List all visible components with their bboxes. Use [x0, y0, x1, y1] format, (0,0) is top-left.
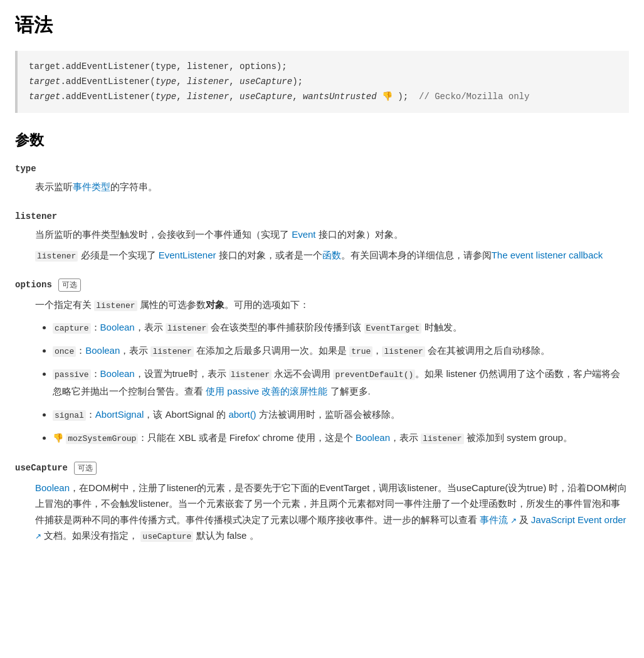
param-type-name: type: [15, 164, 36, 174]
param-options-section: options 可选 一个指定有关 listener 属性的可选参数对象。可用的…: [15, 279, 629, 446]
param-usecapture-header: useCapture 可选: [15, 462, 629, 475]
listener-desc-p1: 当所监听的事件类型触发时，会接收到一个事件通知（实现了 Event 接口的对象）…: [35, 226, 629, 243]
event-type-link[interactable]: 事件类型: [73, 181, 110, 192]
listener-code-once: listener: [150, 346, 193, 357]
capture-code: capture: [53, 323, 91, 334]
param-options-header: options 可选: [15, 279, 629, 292]
list-item-mozsystemgroup: 👎 mozSystemGroup：只能在 XBL 或者是 Firefox' ch…: [53, 429, 629, 446]
signal-abortsignal-link[interactable]: AbortSignal: [95, 409, 144, 420]
usecapture-code: useCapture: [140, 531, 193, 542]
param-usecapture-desc: Boolean，在DOM树中，注册了listener的元素，是否要先于它下面的E…: [15, 480, 629, 544]
param-usecapture-name: useCapture: [15, 463, 68, 473]
param-listener-section: listener 当所监听的事件类型触发时，会接收到一个事件通知（实现了 Eve…: [15, 210, 629, 264]
param-listener-header: listener: [15, 210, 629, 221]
passive-scroll-link[interactable]: 使用 passive 改善的滚屏性能: [206, 386, 327, 396]
callback-link[interactable]: The event listener callback: [492, 250, 603, 260]
page-title: 语法: [15, 13, 629, 38]
options-desc-intro: 一个指定有关 listener 属性的可选参数对象。可用的选项如下：: [35, 297, 629, 313]
mozsystem-bool-link[interactable]: Boolean: [356, 432, 390, 443]
param-listener-desc: 当所监听的事件类型触发时，会接收到一个事件通知（实现了 Event 接口的对象）…: [15, 226, 629, 264]
deprecated-icon: 👎: [53, 430, 63, 446]
listener-desc-p2: listener 必须是一个实现了 EventListener 接口的对象，或者…: [35, 247, 629, 263]
once-code: once: [53, 346, 76, 357]
listener-code-capture: listener: [166, 323, 208, 334]
param-listener-name: listener: [15, 211, 57, 221]
event-target-code: EventTarget: [364, 323, 422, 334]
usecapture-bool-link[interactable]: Boolean: [35, 482, 70, 493]
mozsystem-code: mozSystemGroup: [66, 433, 138, 444]
list-item-once: once：Boolean，表示 listener 在添加之后最多只调用一次。如果…: [53, 342, 629, 359]
options-list: capture：Boolean，表示 listener 会在该类型的事件捕获阶段…: [35, 319, 629, 447]
passive-bool-link[interactable]: Boolean: [100, 368, 135, 379]
true-code: true: [349, 346, 372, 357]
options-optional-badge: 可选: [58, 279, 81, 292]
usecapture-optional-badge: 可选: [74, 462, 97, 475]
list-item-capture: capture：Boolean，表示 listener 会在该类型的事件捕获阶段…: [53, 319, 629, 336]
abort-link[interactable]: abort(): [228, 409, 256, 420]
js-event-order-link[interactable]: JavaScript Event order: [35, 514, 626, 541]
listener-code-once2: listener: [382, 346, 425, 357]
prevent-default-code: preventDefault(): [333, 369, 415, 380]
capture-bool-link[interactable]: Boolean: [100, 322, 135, 332]
param-type-header: type: [15, 162, 629, 174]
listener-code: listener: [35, 251, 78, 262]
passive-code: passive: [53, 369, 91, 380]
listener-code-passive: listener: [229, 369, 272, 380]
once-bool-link[interactable]: Boolean: [85, 345, 120, 356]
function-link[interactable]: 函数: [322, 250, 341, 260]
listener-inline-code: listener: [94, 300, 137, 311]
param-options-name: options: [15, 280, 52, 290]
signal-code: signal: [53, 410, 86, 421]
code-line-3: target.addEventListener(type, listener, …: [29, 90, 618, 105]
params-title: 参数: [15, 130, 629, 150]
param-options-desc: 一个指定有关 listener 属性的可选参数对象。可用的选项如下： captu…: [15, 297, 629, 446]
code-line-1: target.addEventListener(type, listener, …: [29, 60, 618, 75]
list-item-passive: passive：Boolean，设置为true时，表示 listener 永远不…: [53, 365, 629, 399]
param-type-desc: 表示监听事件类型的字符串。: [15, 179, 629, 195]
event-link[interactable]: Event: [292, 229, 315, 240]
event-flow-link[interactable]: 事件流: [480, 514, 516, 525]
listener-code-moz: listener: [421, 433, 463, 444]
param-type-section: type 表示监听事件类型的字符串。: [15, 162, 629, 195]
param-usecapture-section: useCapture 可选 Boolean，在DOM树中，注册了listener…: [15, 462, 629, 544]
code-block: target.addEventListener(type, listener, …: [15, 51, 629, 113]
list-item-signal: signal：AbortSignal，该 AbortSignal 的 abort…: [53, 406, 629, 423]
code-line-2: target.addEventListener(type, listener, …: [29, 75, 618, 90]
event-listener-link[interactable]: EventListener: [159, 250, 216, 260]
